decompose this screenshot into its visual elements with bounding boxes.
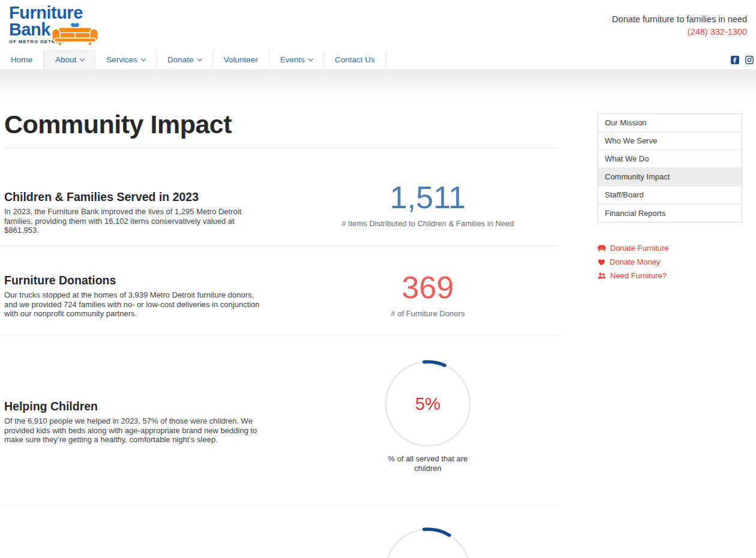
section-heading-children-families: Children & Families Served in 2023 — [4, 190, 199, 204]
stat-items-distributed: 1,511 # Items Distributed to Children & … — [288, 181, 568, 228]
section-body-furniture-donations: Our trucks stopped at the homes of 3,939… — [4, 290, 263, 319]
sidebar-item-financial-reports[interactable]: Financial Reports — [598, 204, 742, 222]
bottom-partial-gauge — [383, 526, 473, 558]
section-body-children-families: In 2023, the Furniture Bank improved the… — [4, 207, 263, 235]
couch-icon — [598, 245, 606, 251]
children-percent-gauge: 5% — [383, 359, 473, 449]
page-title: Community Impact — [4, 110, 558, 148]
sidebar-item-what-we-do[interactable]: What We Do — [598, 150, 742, 168]
main-nav: Home About Services Donate Volunteer Eve… — [0, 50, 756, 70]
sidebar-item-our-mission[interactable]: Our Mission — [598, 114, 742, 132]
chevron-down-icon — [80, 56, 85, 61]
page-top-gradient — [0, 71, 756, 102]
nav-item-home[interactable]: Home — [0, 50, 44, 70]
stat-value: 1,511 — [288, 181, 568, 214]
section-divider — [0, 505, 559, 506]
heart-icon — [598, 259, 605, 266]
gauge-percent-value: 5% — [383, 359, 473, 449]
chevron-down-icon — [308, 56, 313, 61]
gauge-ring — [383, 526, 473, 558]
site-logo[interactable]: Furniture Bank OF METRO DETROIT — [9, 5, 99, 46]
section-heading-furniture-donations: Furniture Donations — [4, 274, 116, 287]
instagram-icon[interactable] — [745, 56, 754, 64]
stat-furniture-donors: 369 # of Furniture Donors — [288, 271, 568, 318]
stat-value: 369 — [288, 271, 568, 304]
section-body-helping-children: Of the 6,910 people we helped in 2023, 5… — [4, 416, 263, 445]
sidebar-item-who-we-serve[interactable]: Who We Serve — [598, 132, 742, 150]
nav-label: Contact Us — [335, 55, 375, 64]
nav-label: About — [55, 55, 76, 64]
gauge-caption: % of all served that are children — [374, 454, 482, 473]
sidebar-action-links: Donate Furniture Donate Money Need Furni… — [598, 241, 742, 283]
nav-item-events[interactable]: Events — [269, 50, 324, 70]
about-submenu: Our Mission Who We Serve What We Do Comm… — [598, 113, 742, 223]
nav-item-volunteer[interactable]: Volunteer — [213, 50, 269, 70]
header-phone-link[interactable]: (248) 332-1300 — [612, 25, 747, 38]
sidebar-item-staff-board[interactable]: Staff/Board — [598, 186, 742, 204]
sidebar-item-community-impact[interactable]: Community Impact — [598, 168, 742, 186]
stat-caption: # Items Distributed to Children & Famili… — [288, 219, 568, 228]
chevron-down-icon — [141, 56, 146, 61]
need-furniture-link[interactable]: Need Furniture? — [598, 269, 742, 283]
nav-item-about[interactable]: About — [44, 50, 95, 70]
couch-logo-icon — [51, 18, 99, 47]
site-header: Furniture Bank OF METRO DETROIT Donate f… — [0, 0, 756, 50]
nav-label: Donate — [167, 55, 194, 64]
side-link-label: Need Furniture? — [610, 271, 667, 280]
nav-item-services[interactable]: Services — [95, 50, 157, 70]
header-donate-text: Donate furniture to families in need — [612, 13, 747, 25]
side-link-label: Donate Money — [610, 257, 661, 266]
section-divider — [0, 335, 559, 336]
nav-label: Events — [280, 55, 305, 64]
donate-furniture-link[interactable]: Donate Furniture — [598, 241, 742, 255]
nav-label: Services — [106, 55, 137, 64]
section-heading-helping-children: Helping Children — [4, 400, 98, 413]
facebook-icon[interactable] — [731, 56, 739, 64]
nav-item-contact-us[interactable]: Contact Us — [324, 50, 386, 70]
users-icon — [598, 272, 606, 279]
chevron-down-icon — [197, 56, 202, 61]
nav-label: Volunteer — [224, 55, 258, 64]
stat-caption: # of Furniture Donors — [288, 309, 568, 318]
nav-item-donate[interactable]: Donate — [157, 50, 213, 70]
nav-label: Home — [11, 55, 32, 64]
side-link-label: Donate Furniture — [610, 244, 669, 253]
section-divider — [0, 245, 559, 246]
donate-money-link[interactable]: Donate Money — [598, 255, 742, 269]
